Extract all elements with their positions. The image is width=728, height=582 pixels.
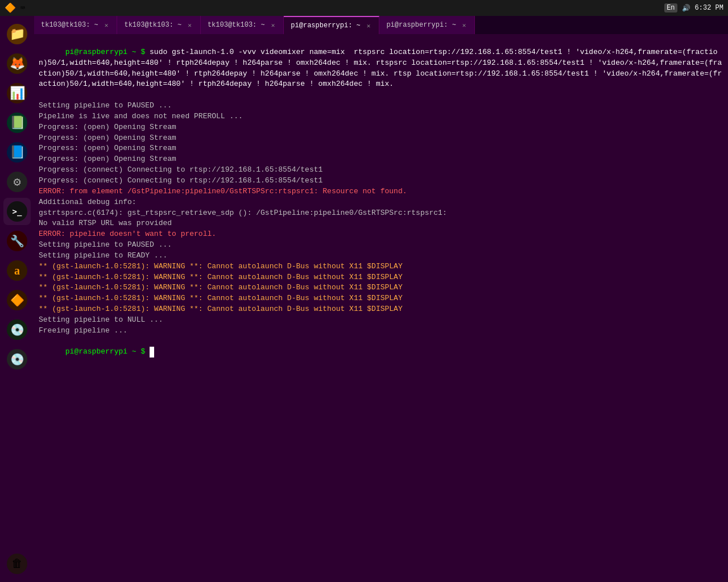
cursor — [150, 347, 154, 357]
vlc-taskbar-icon[interactable]: 🔶 — [5, 2, 16, 14]
terminal-line-16: ** (gst-launch-1.0:5281): WARNING **: Ca… — [39, 261, 723, 272]
terminal-line-8: ERROR: from element /GstPipeline:pipelin… — [39, 186, 723, 197]
terminal-line-6: Progress: (connect) Connecting to rtsp:/… — [39, 165, 723, 176]
terminal-content[interactable]: pi@raspberrypi ~ $ sudo gst-launch-1.0 -… — [34, 34, 728, 582]
terminal-line-10: gstrtspsrc.c(6174): gst_rtspsrc_retrieve… — [39, 208, 723, 219]
terminal-line-20: ** (gst-launch-1.0:5281): WARNING **: Ca… — [39, 282, 723, 293]
tab-2-close[interactable]: ✕ — [186, 20, 193, 30]
terminal-line-18: ** (gst-launch-1.0:5281): WARNING **: Ca… — [39, 272, 723, 283]
tab-4[interactable]: pi@raspberrypi: ~ ✕ — [284, 16, 379, 34]
tab-2-label: tk103@tk103: ~ — [124, 21, 181, 29]
sidebar-icon-browser[interactable]: 🦊 — [3, 50, 31, 77]
tab-3[interactable]: tk103@tk103: ~ ✕ — [201, 16, 284, 34]
system-bar-left: 🔶 ⌨ — [5, 2, 27, 14]
terminal-line-12: ERROR: pipeline doesn't want to preroll. — [39, 229, 723, 240]
tab-3-close[interactable]: ✕ — [270, 20, 277, 30]
terminal-line-24: ** (gst-launch-1.0:5281): WARNING **: Ca… — [39, 304, 723, 315]
volume-icon[interactable]: 🔊 — [682, 4, 690, 13]
tab-3-label: tk103@tk103: ~ — [208, 21, 265, 29]
system-bar: 🔶 ⌨ En 🔊 6:32 PM — [0, 0, 728, 16]
sidebar: 📁 🦊 📊 📗 📘 ⚙ >_ 🔧 a 🔶 💿 💿 🗑 — [0, 16, 34, 582]
sidebar-icon-trash[interactable]: 🗑 — [3, 550, 31, 577]
tab-5-label: pi@raspberrypi: ~ — [386, 21, 456, 29]
sidebar-icon-disk-bottom[interactable]: 💿 — [3, 346, 31, 373]
final-prompt-line: pi@raspberrypi ~ $ — [39, 336, 723, 369]
terminal-line-25: Setting pipeline to NULL ... — [39, 315, 723, 326]
tab-1[interactable]: tk103@tk103: ~ ✕ — [34, 16, 117, 34]
sidebar-icon-git[interactable]: 🔧 — [3, 227, 31, 255]
tab-1-label: tk103@tk103: ~ — [41, 21, 98, 29]
terminal-line-5: Progress: (open) Opening Stream — [39, 154, 723, 165]
sidebar-icon-libreoffice-writer[interactable]: 📘 — [3, 139, 31, 166]
terminal-line-0: Setting pipeline to PAUSED ... — [39, 101, 723, 111]
tab-2[interactable]: tk103@tk103: ~ ✕ — [117, 16, 200, 34]
sidebar-icon-libreoffice-calc[interactable]: 📗 — [3, 109, 31, 136]
keyboard-layout[interactable]: En — [664, 3, 677, 13]
command-line: pi@raspberrypi ~ $ sudo gst-launch-1.0 -… — [39, 36, 723, 101]
sidebar-icon-settings[interactable]: ⚙ — [3, 168, 31, 196]
terminal-line-4: Progress: (open) Opening Stream — [39, 143, 723, 154]
tab-4-label: pi@raspberrypi: ~ — [291, 22, 360, 30]
keyboard-icon[interactable]: ⌨ — [20, 3, 25, 13]
sidebar-icon-files[interactable]: 📁 — [3, 20, 31, 48]
sidebar-icon-terminal[interactable]: >_ — [3, 198, 31, 225]
tab-bar: tk103@tk103: ~ ✕ tk103@tk103: ~ ✕ tk103@… — [34, 16, 728, 34]
tab-1-close[interactable]: ✕ — [103, 20, 110, 30]
output-lines: Setting pipeline to PAUSED ...Pipeline i… — [39, 101, 723, 336]
terminal-line-9: Additional debug info: — [39, 197, 723, 208]
terminal-line-14: Setting pipeline to READY ... — [39, 251, 723, 261]
clock: 6:32 PM — [695, 4, 723, 12]
sidebar-icon-libreoffice-impress[interactable]: 📊 — [3, 80, 31, 107]
sidebar-icon-disk-top[interactable]: 💿 — [3, 316, 31, 343]
tab-5-close[interactable]: ✕ — [461, 20, 468, 30]
terminal-line-7: Progress: (connect) Connecting to rtsp:/… — [39, 176, 723, 186]
terminal-line-3: Progress: (open) Opening Stream — [39, 133, 723, 144]
tab-4-close[interactable]: ✕ — [365, 21, 373, 31]
terminal-line-11: No valid RTSP URL was provided — [39, 218, 723, 229]
tab-5[interactable]: pi@raspberrypi: ~ ✕ — [379, 16, 475, 34]
terminal-line-1: Pipeline is live and does not need PRERO… — [39, 111, 723, 122]
terminal-line-2: Progress: (open) Opening Stream — [39, 122, 723, 133]
sidebar-icon-amazon[interactable]: a — [3, 257, 31, 284]
terminal-line-22: ** (gst-launch-1.0:5281): WARNING **: Ca… — [39, 293, 723, 304]
system-bar-right: En 🔊 6:32 PM — [664, 3, 723, 13]
sidebar-icon-vlc[interactable]: 🔶 — [3, 286, 31, 314]
terminal-line-13: Setting pipeline to PAUSED ... — [39, 240, 723, 251]
terminal-area: tk103@tk103: ~ ✕ tk103@tk103: ~ ✕ tk103@… — [34, 16, 728, 582]
prompt: pi@raspberrypi ~ $ — [65, 48, 150, 56]
terminal-line-26: Freeing pipeline ... — [39, 326, 723, 336]
final-prompt: pi@raspberrypi ~ $ — [65, 347, 150, 356]
